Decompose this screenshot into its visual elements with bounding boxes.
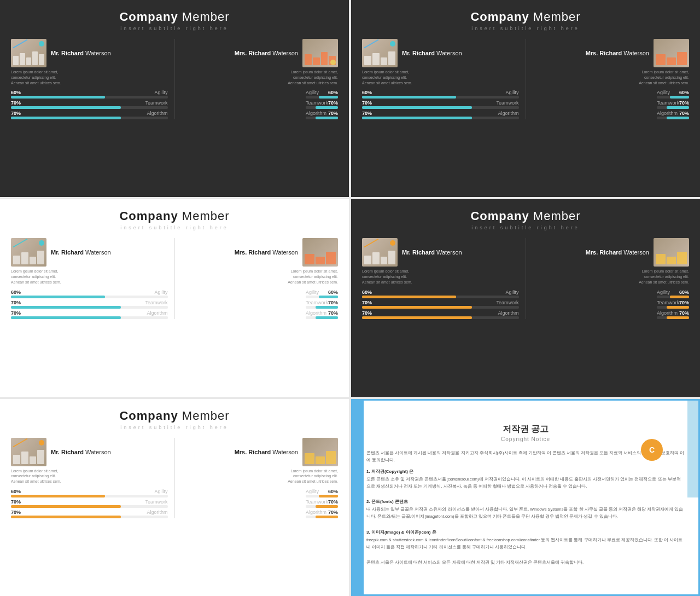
slide-3-subtitle: insert subtitle right here bbox=[5, 225, 343, 230]
slide-5-content: Mr. Richard Waterson Lorem ipsum dolor s… bbox=[0, 433, 349, 523]
member-header-left: Mr. Richard Waterson bbox=[11, 39, 168, 67]
slide-5-subtitle: insert subtitle right here bbox=[5, 425, 343, 430]
slide-2-content: Mr. Richard Waterson Lorem ipsum dolor s… bbox=[351, 34, 700, 124]
slide-6-copyright: 저작권 공고 Copyright Notice C 콘텐츠 서울은 사이트에 게… bbox=[351, 399, 700, 596]
copyright-section-1: 1. 저작권(Copyright) 은 모든 콘텐츠 소유 및 저작권은 콘텐츠… bbox=[366, 468, 685, 495]
slide-2-title: Company Member bbox=[357, 10, 695, 24]
slide-3-title: Company Member bbox=[5, 209, 343, 223]
photo4-right bbox=[654, 238, 689, 267]
skills-left: 60% Agility 70% Teamwork 70% Algorithm bbox=[11, 90, 168, 119]
slide-1-left-member: Mr. Richard Waterson Lorem ipsum dolor s… bbox=[11, 39, 168, 119]
slide-1: Company Member insert subtitle right her… bbox=[0, 0, 349, 197]
slide-1-header: Company Member insert subtitle right her… bbox=[0, 0, 349, 34]
photo2-right bbox=[654, 39, 689, 67]
slide-4-right-member: Mrs. Richard Waterson Lorem ipsum dolor … bbox=[533, 238, 690, 319]
slide-4: Company Member insert subtitle right her… bbox=[351, 199, 700, 396]
slide-2: Company Member insert subtitle right her… bbox=[351, 0, 700, 197]
member-text-right: Lorem ipsum dolor sit amet,consectetur a… bbox=[288, 70, 338, 85]
slide-2-subtitle: insert subtitle right here bbox=[357, 26, 695, 31]
slide-4-content: Mr. Richard Waterson Lorem ipsum dolor s… bbox=[351, 234, 700, 323]
slide-1-content: Mr. Richard Waterson Lorem ipsum dolor s… bbox=[0, 34, 349, 124]
slide-2-right-member: Mrs. Richard Waterson Lorem ipsum dolor … bbox=[533, 39, 690, 119]
photo5-right bbox=[302, 438, 338, 466]
copyright-footer: 콘텐츠 서울은 사이트에 대한 서비스의 모든 자료에 대한 저작권 및 기타 … bbox=[366, 559, 685, 566]
slide-1-right-member: Mrs. Richard Waterson Lorem ipsum dolor … bbox=[182, 39, 339, 119]
slide-2-header: Company Member insert subtitle right her… bbox=[351, 0, 700, 34]
slide-5-title: Company Member bbox=[5, 409, 343, 423]
slide-4-title: Company Member bbox=[357, 209, 695, 223]
slide-3-right-member: Mrs. Richard Waterson Lorem ipsum dolor … bbox=[182, 238, 339, 319]
slide-5: Company Member insert subtitle right her… bbox=[0, 399, 349, 596]
slide-3: Company Member insert subtitle right her… bbox=[0, 199, 349, 396]
slide-3-left-member: Mr. Richard Waterson Lorem ipsum dolor s… bbox=[11, 238, 168, 319]
photo2-left bbox=[362, 39, 398, 67]
copyright-intro: 콘텐츠 서울은 사이트에 게시된 내용의 저작권을 지키고자 주식회사(주)사이… bbox=[366, 450, 685, 464]
member-photo-left bbox=[11, 39, 46, 67]
photo3-left bbox=[11, 238, 46, 267]
slide-5-header: Company Member insert subtitle right her… bbox=[0, 399, 349, 433]
member-text-left: Lorem ipsum dolor sit amet,consectetur a… bbox=[11, 70, 168, 85]
slide-4-left-member: Mr. Richard Waterson Lorem ipsum dolor s… bbox=[362, 238, 519, 319]
slide-3-header: Company Member insert subtitle right her… bbox=[0, 199, 349, 234]
copyright-section-2: 2. 폰트(fonts) 콘텐츠 내 사용되는 일부 글꼴은 저작권 소유자의 … bbox=[366, 499, 685, 525]
slide-1-title: Company Member bbox=[5, 10, 343, 24]
photo4-left bbox=[362, 238, 398, 267]
member-name-left: Mr. Richard Waterson bbox=[51, 50, 111, 56]
copyright-inner: 저작권 공고 Copyright Notice C 콘텐츠 서울은 사이트에 게… bbox=[366, 401, 685, 594]
photo5-left bbox=[11, 438, 46, 466]
member-header-right: Mrs. Richard Waterson bbox=[235, 39, 338, 67]
skills-right: 60% Agility 70% Teamwork 70% Algorithm bbox=[306, 90, 338, 119]
member-photo-right bbox=[302, 39, 338, 67]
member-name-right: Mrs. Richard Waterson bbox=[235, 50, 298, 56]
slide-2-left-member: Mr. Richard Waterson Lorem ipsum dolor s… bbox=[362, 39, 519, 119]
slide-3-content: Mr. Richard Waterson Lorem ipsum dolor s… bbox=[0, 234, 349, 323]
copyright-title-kr: 저작권 공고 bbox=[366, 424, 685, 435]
copyright-logo: C bbox=[641, 439, 663, 461]
slide-4-header: Company Member insert subtitle right her… bbox=[351, 199, 700, 234]
slide-5-right-member: Mrs. Richard Waterson Lorem ipsum dolor … bbox=[182, 438, 339, 518]
copyright-title-en: Copyright Notice bbox=[366, 436, 685, 442]
copyright-section-3: 3. 이미지(Image) & 아이콘(Icon) 은 freepik.com … bbox=[366, 529, 685, 556]
photo3-right bbox=[302, 238, 338, 267]
slide-5-left-member: Mr. Richard Waterson Lorem ipsum dolor s… bbox=[11, 438, 168, 518]
slide-4-subtitle: insert subtitle right here bbox=[357, 225, 695, 230]
slide-1-subtitle: insert subtitle right here bbox=[5, 26, 343, 31]
